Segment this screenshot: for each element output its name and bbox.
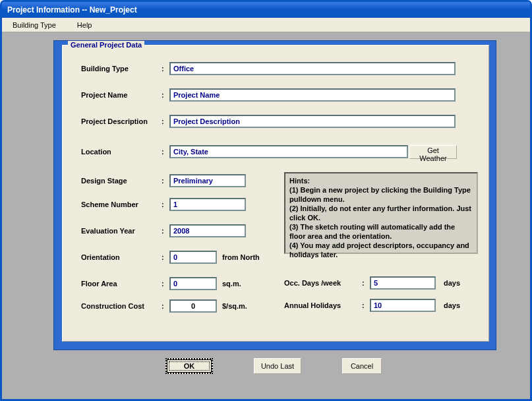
label-building-type: Building Type (81, 65, 162, 73)
row-project-name: Project Name : (81, 88, 456, 102)
row-building-type: Building Type : (81, 61, 456, 76)
design-stage-input[interactable] (169, 174, 246, 187)
label-occ-days: Occ. Days /week (284, 279, 362, 287)
project-description-input[interactable] (169, 115, 456, 128)
hints-line-2: (2) Initially, do not enter any further … (289, 204, 473, 222)
colon: : (162, 117, 169, 125)
occ-days-input[interactable] (370, 276, 436, 290)
label-floor-area: Floor Area (81, 280, 162, 288)
unit-occ-days: days (444, 279, 460, 287)
scheme-number-input[interactable] (169, 198, 246, 211)
window-title: Project Information -- New_Project (7, 5, 137, 15)
general-project-data-group: General Project Data Building Type : Pro… (62, 45, 489, 342)
hints-title: Hints: (289, 176, 473, 185)
undo-last-button[interactable]: Undo Last (254, 358, 301, 374)
get-weather-button[interactable]: Get Weather (409, 145, 457, 159)
label-orientation: Orientation (81, 253, 162, 261)
construction-cost-input[interactable] (169, 299, 217, 313)
label-project-name: Project Name (81, 91, 162, 99)
action-buttons: OK Undo Last Cancel (165, 358, 390, 374)
row-scheme-number: Scheme Number : (81, 197, 246, 212)
unit-annual-holidays: days (444, 301, 460, 309)
menubar: Building Type Help (2, 18, 530, 32)
hints-line-4: (4) You may add project descriptors, occ… (289, 241, 473, 259)
ok-button[interactable]: OK (165, 358, 213, 374)
cancel-button[interactable]: Cancel (342, 358, 382, 374)
row-occ-days: Occ. Days /week : days (284, 276, 460, 290)
colon: : (162, 200, 169, 208)
colon: : (162, 177, 169, 185)
evaluation-year-input[interactable] (169, 224, 246, 237)
app-window: Project Information -- New_Project Build… (0, 0, 532, 401)
colon: : (362, 301, 370, 309)
menu-building-type[interactable]: Building Type (6, 20, 63, 30)
row-location: Location : Get Weather (81, 144, 457, 159)
group-legend: General Project Data (68, 41, 144, 49)
form-frame: General Project Data Building Type : Pro… (53, 40, 496, 350)
colon: : (162, 253, 169, 261)
orientation-input[interactable] (169, 251, 217, 264)
label-project-description: Project Description (81, 117, 162, 125)
label-design-stage: Design Stage (81, 177, 162, 185)
label-location: Location (81, 148, 162, 156)
colon: : (162, 227, 169, 235)
hints-panel: Hints: (1) Begin a new project by clicki… (284, 172, 478, 254)
colon: : (162, 302, 169, 310)
menu-help[interactable]: Help (71, 20, 99, 30)
label-scheme-number: Scheme Number (81, 200, 162, 208)
colon: : (162, 148, 169, 156)
row-annual-holidays: Annual Holidays : days (284, 299, 460, 312)
row-floor-area: Floor Area : sq.m. (81, 276, 241, 291)
row-project-description: Project Description : (81, 114, 456, 129)
colon: : (162, 91, 169, 99)
client-area: General Project Data Building Type : Pro… (2, 32, 530, 399)
row-construction-cost: Construction Cost : $/sq.m. (81, 299, 247, 313)
unit-orientation: from North (222, 253, 260, 261)
colon: : (362, 279, 370, 287)
row-orientation: Orientation : from North (81, 250, 260, 264)
unit-floor-area: sq.m. (222, 280, 241, 288)
titlebar: Project Information -- New_Project (2, 2, 530, 18)
location-input[interactable] (169, 145, 408, 158)
project-name-input[interactable] (169, 88, 456, 102)
row-design-stage: Design Stage : (81, 173, 246, 188)
label-evaluation-year: Evaluation Year (81, 227, 162, 235)
label-construction-cost: Construction Cost (81, 302, 162, 310)
colon: : (162, 280, 169, 288)
hints-line-3: (3) The sketch routing will automaticall… (289, 222, 473, 241)
row-evaluation-year: Evaluation Year : (81, 224, 246, 238)
building-type-input[interactable] (169, 62, 456, 75)
hints-line-1: (1) Begin a new project by clicking the … (289, 185, 473, 204)
annual-holidays-input[interactable] (370, 299, 436, 312)
unit-construction-cost: $/sq.m. (222, 302, 247, 310)
colon: : (162, 65, 169, 73)
label-annual-holidays: Annual Holidays (284, 301, 362, 309)
floor-area-input[interactable] (169, 277, 217, 290)
